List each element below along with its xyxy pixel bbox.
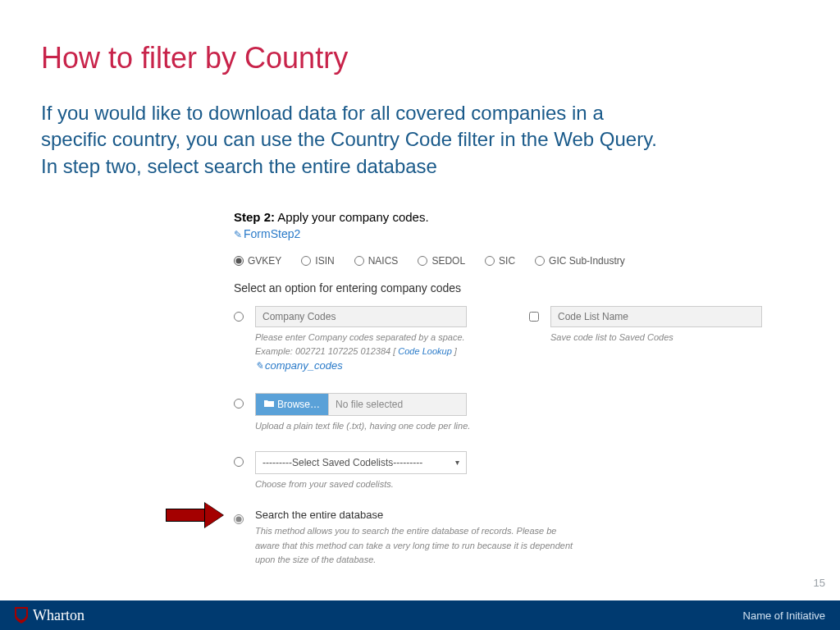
- search-entire-db-helper: This method allows you to search the ent…: [255, 524, 583, 568]
- slide-title: How to filter by Country: [41, 41, 348, 75]
- saved-codelists-helper: Choose from your saved codelists.: [255, 477, 792, 491]
- pencil-icon: ✎: [255, 360, 263, 372]
- callout-arrow-icon: [166, 504, 223, 527]
- code-type-radio-group: GVKEY ISIN NAICS SEDOL SIC GIC Sub-Indus…: [234, 255, 792, 267]
- chevron-down-icon: ▾: [455, 458, 459, 467]
- radio-search-entire-db[interactable]: [234, 514, 244, 524]
- code-list-name-input[interactable]: [550, 306, 762, 327]
- radio-upload-file[interactable]: [234, 399, 244, 409]
- browse-button[interactable]: Browse…: [256, 394, 329, 415]
- file-name-label: No file selected: [329, 394, 466, 415]
- slide-footer: Wharton Name of Initiative: [0, 600, 840, 630]
- step-text: Apply your company codes.: [277, 210, 428, 224]
- option-code-list-name: Save code list to Saved Codes: [529, 306, 775, 345]
- radio-saved-codelists[interactable]: [234, 457, 244, 467]
- company-codes-edit-link[interactable]: ✎company_codes: [255, 359, 480, 372]
- formstep2-link[interactable]: ✎FormStep2: [234, 227, 792, 240]
- radio-company-codes[interactable]: [234, 312, 244, 322]
- entry-option-heading: Select an option for entering company co…: [234, 281, 792, 294]
- page-number: 15: [814, 577, 825, 589]
- upload-helper: Upload a plain text file (.txt), having …: [255, 419, 792, 433]
- slide: How to filter by Country If you would li…: [0, 0, 840, 630]
- search-entire-db-label: Search the entire database: [255, 509, 792, 521]
- slide-subtitle: If you would like to download data for a…: [41, 100, 664, 180]
- option-search-entire-db: Search the entire database This method a…: [234, 509, 792, 568]
- option-browse: Browse… No file selected Upload a plain …: [234, 393, 792, 433]
- radio-gic-subindustry[interactable]: GIC Sub-Industry: [535, 255, 625, 267]
- footer-initiative: Name of Initiative: [743, 609, 825, 622]
- step-label: Step 2:: [234, 210, 275, 224]
- radio-sic[interactable]: SIC: [485, 255, 515, 267]
- wharton-logo: Wharton: [15, 607, 84, 624]
- option-company-codes: Please enter Company codes separated by …: [234, 306, 480, 372]
- option-saved-codelists: ---------Select Saved Codelists---------…: [234, 451, 792, 491]
- form-screenshot: Step 2: Apply your company codes. ✎FormS…: [234, 210, 792, 568]
- saved-codelists-select[interactable]: ---------Select Saved Codelists---------…: [255, 451, 467, 474]
- code-lookup-link[interactable]: Code Lookup: [398, 346, 451, 356]
- code-list-helper: Save code list to Saved Codes: [550, 331, 775, 345]
- folder-icon: [264, 399, 274, 410]
- company-codes-input[interactable]: [255, 306, 467, 327]
- step-heading: Step 2: Apply your company codes.: [234, 210, 792, 224]
- file-picker[interactable]: Browse… No file selected: [255, 393, 467, 416]
- checkbox-save-codelist[interactable]: [529, 312, 539, 322]
- radio-gvkey[interactable]: GVKEY: [234, 255, 281, 267]
- company-codes-helper: Please enter Company codes separated by …: [255, 331, 480, 358]
- pencil-icon: ✎: [234, 229, 242, 240]
- shield-icon: [15, 607, 28, 623]
- radio-isin[interactable]: ISIN: [301, 255, 334, 267]
- radio-sedol[interactable]: SEDOL: [418, 255, 465, 267]
- radio-naics[interactable]: NAICS: [354, 255, 399, 267]
